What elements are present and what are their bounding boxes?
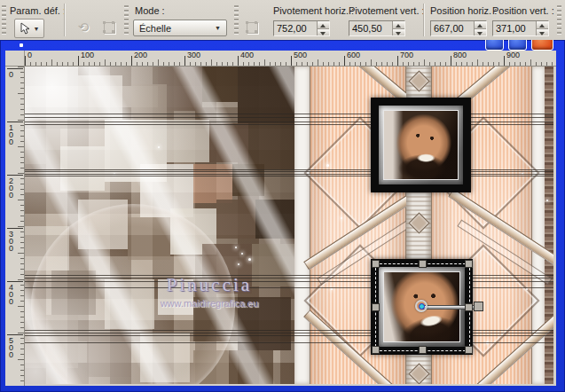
position-v-field[interactable] — [492, 20, 549, 36]
hruler-major-tick — [344, 56, 345, 66]
guide-line — [25, 169, 553, 170]
pivot-v-field[interactable] — [349, 20, 405, 36]
hruler-major-tick — [131, 56, 132, 66]
guide-line — [25, 122, 553, 122]
mode-select[interactable]: Échelle ▼ — [133, 20, 227, 36]
hruler-major-tick — [397, 56, 398, 66]
toolbar-grip[interactable] — [2, 5, 6, 35]
pivot-h-spinner[interactable] — [317, 21, 329, 35]
vertical-ruler: 0100200300400500 — [5, 67, 25, 386]
selection-handle-n[interactable] — [419, 260, 427, 268]
watermark-url: www.maidiregrafica.eu — [129, 298, 289, 309]
position-v-spinner[interactable] — [536, 21, 548, 35]
window-controls — [485, 40, 553, 51]
guide-line — [25, 176, 553, 176]
spin-down-icon[interactable] — [393, 28, 404, 36]
diamond-ornament — [408, 70, 429, 91]
selection-handle-w[interactable] — [372, 303, 380, 311]
hruler-major-tick — [238, 56, 239, 66]
selection-handle-e[interactable] — [465, 303, 473, 311]
window-icon — [20, 43, 23, 47]
rotation-handle[interactable] — [474, 302, 483, 311]
pivot-v-spinner[interactable] — [392, 21, 404, 35]
pivot-v-input[interactable] — [349, 21, 392, 35]
hruler-label: 900 — [506, 51, 520, 59]
vruler-label: 300 — [9, 231, 16, 252]
tool-options-toolbar: Param. déf. : ▼ ⟲ Mode : Échelle ▼ Pivot… — [0, 0, 565, 41]
framed-photo-top[interactable] — [371, 98, 471, 192]
close-button[interactable] — [531, 40, 553, 51]
chevron-down-icon: ▼ — [215, 25, 221, 31]
toolbar-grip[interactable] — [234, 5, 239, 35]
app-window: Param. déf. : ▼ ⟲ Mode : Échelle ▼ Pivot… — [0, 0, 565, 392]
minimize-button[interactable] — [485, 40, 504, 51]
hruler-major-tick — [25, 56, 26, 66]
hruler-label: 500 — [294, 51, 307, 59]
selection-handle-se[interactable] — [465, 346, 473, 354]
mode-label: Mode : — [135, 5, 165, 16]
selection-handle-sw[interactable] — [372, 346, 380, 354]
hruler-label: 400 — [240, 51, 254, 59]
watermark-title: Pinuccia — [129, 274, 289, 296]
sparkle-dot — [341, 217, 342, 219]
position-h-field[interactable] — [430, 20, 487, 36]
hruler-major-tick — [451, 56, 451, 66]
spin-down-icon[interactable] — [475, 28, 486, 36]
toolbar-separator — [64, 4, 66, 36]
pivot-h-input[interactable] — [274, 21, 317, 35]
preset-dropdown-button[interactable]: ▼ — [14, 19, 44, 38]
guide-line — [25, 124, 553, 125]
restore-button[interactable] — [508, 40, 527, 51]
pivot-box-icon — [243, 19, 261, 36]
vruler-major-tick — [7, 68, 23, 69]
sparkle-dot — [546, 200, 548, 201]
pivot-point[interactable] — [415, 300, 428, 312]
horizontal-ruler: 0100200300400500600700800900 — [25, 51, 556, 67]
guide-line — [25, 114, 553, 114]
sparkle-dot — [326, 164, 329, 167]
toolbar-grip[interactable] — [124, 5, 129, 35]
preset-cursor-icon — [20, 22, 31, 35]
vruler-label: 500 — [9, 337, 16, 358]
spin-up-icon[interactable] — [537, 21, 548, 28]
image-document-window: 0100200300400500600700800900 01002003004… — [0, 40, 565, 392]
hruler-label: 600 — [347, 51, 360, 59]
position-v-input[interactable] — [493, 21, 536, 35]
spin-down-icon[interactable] — [318, 28, 329, 36]
guide-line — [25, 278, 553, 278]
selection-handle-ne[interactable] — [465, 260, 473, 268]
vruler-major-tick — [7, 175, 23, 176]
vruler-major-tick — [7, 281, 23, 282]
spin-up-icon[interactable] — [393, 21, 404, 28]
vruler-major-tick — [7, 228, 23, 229]
spin-up-icon[interactable] — [475, 21, 486, 28]
pivot-center-icon — [419, 303, 425, 310]
hruler-label: 800 — [453, 51, 467, 59]
toolbar-separator — [423, 4, 425, 36]
hruler-label: 700 — [400, 51, 413, 59]
guide-line — [25, 342, 553, 343]
position-h-input[interactable] — [431, 21, 474, 35]
portrait-photo — [383, 110, 459, 180]
toolbar-grip[interactable] — [557, 5, 561, 35]
chevron-down-icon: ▼ — [34, 26, 40, 32]
watermark: Pinuccia www.maidiregrafica.eu — [129, 274, 289, 309]
vruler-major-tick — [7, 122, 23, 122]
hruler-major-tick — [291, 56, 292, 66]
position-h-spinner[interactable] — [474, 21, 486, 35]
rotate-left-icon: ⟲ — [75, 19, 92, 36]
selection-handle-s[interactable] — [419, 346, 427, 354]
guide-line — [25, 335, 553, 336]
sparkle-dot — [235, 247, 237, 248]
selection-handle-nw[interactable] — [372, 260, 380, 268]
photo-mat — [379, 106, 463, 184]
spin-up-icon[interactable] — [318, 21, 329, 28]
guide-line — [25, 330, 553, 331]
hruler-label: 0 — [27, 51, 32, 59]
sparkle-dot — [158, 146, 160, 148]
pivot-h-field[interactable] — [273, 20, 330, 36]
deform-reset-icon — [100, 19, 118, 36]
vruler-label: 0 — [9, 71, 16, 78]
spin-down-icon[interactable] — [537, 28, 548, 36]
image-canvas[interactable]: Pinuccia www.maidiregrafica.eu — [25, 67, 553, 384]
